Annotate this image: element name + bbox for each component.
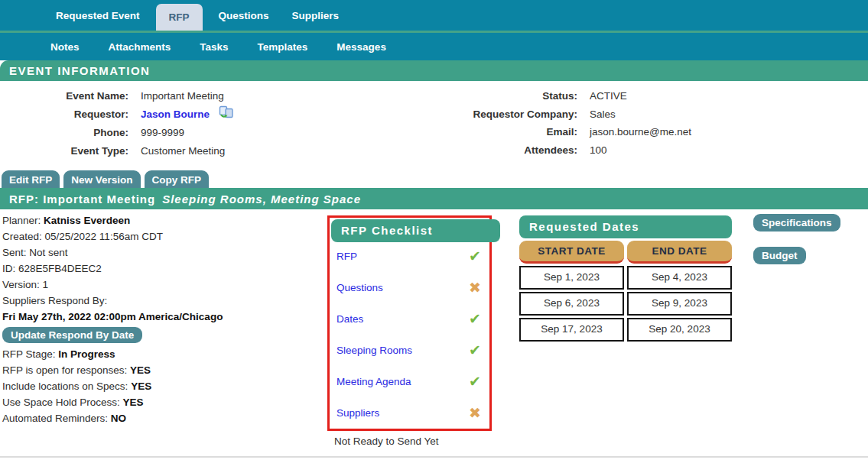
checklist-link-meeting-agenda[interactable]: Meeting Agenda xyxy=(336,376,411,387)
sent-value: Not sent xyxy=(29,247,67,258)
secondary-nav: Notes Attachments Tasks Templates Messag… xyxy=(0,33,868,60)
version-label: Version: xyxy=(2,279,40,290)
new-version-button[interactable]: New Version xyxy=(63,170,140,188)
start-date-cell: Sep 1, 2023 xyxy=(519,266,624,290)
rfp-stage-label: RFP Stage: xyxy=(2,348,56,360)
end-date-cell: Sep 20, 2023 xyxy=(627,318,732,342)
rfp-title-bar: RFP: Important Meeting Sleeping Rooms, M… xyxy=(0,188,868,209)
rfp-details: Planner: Katniss Everdeen Created: 05/25… xyxy=(2,212,223,426)
requested-dates-header: Requested Dates xyxy=(519,215,732,238)
tab-suppliers[interactable]: Suppliers xyxy=(285,0,346,31)
requestor-label: Requestor: xyxy=(0,105,128,125)
primary-nav: Requested Event RFP Questions Suppliers xyxy=(0,0,868,31)
automated-reminders-value: NO xyxy=(111,413,126,424)
planner-label: Planner: xyxy=(2,215,41,226)
budget-button[interactable]: Budget xyxy=(753,247,806,264)
checklist-item-rfp: RFP ✔ xyxy=(330,241,489,272)
checklist-item-sleeping-rooms: Sleeping Rooms ✔ xyxy=(330,335,489,366)
rfp-page: Requested Event RFP Questions Suppliers … xyxy=(0,0,868,463)
specifications-button[interactable]: Specifications xyxy=(753,214,840,232)
checklist-status-text: Not Ready to Send Yet xyxy=(334,435,439,447)
checklist-link-sleeping-rooms[interactable]: Sleeping Rooms xyxy=(336,345,412,356)
respond-by-label: Suppliers Respond By: xyxy=(2,295,107,306)
attendees-value: 100 xyxy=(577,141,607,160)
event-type-value: Customer Meeting xyxy=(128,142,225,160)
end-date-cell: Sep 4, 2023 xyxy=(627,266,732,290)
start-date-column-header: START DATE xyxy=(519,241,624,264)
tab-templates[interactable]: Templates xyxy=(252,41,314,53)
tab-messages[interactable]: Messages xyxy=(330,41,392,53)
requestor-company-value: Sales xyxy=(577,105,616,124)
status-label: Status: xyxy=(434,87,577,105)
event-info-right-column: Status:ACTIVE Requestor Company:Sales Em… xyxy=(434,87,868,167)
checklist-item-suppliers: Suppliers ✖ xyxy=(330,397,489,429)
checklist-item-meeting-agenda: Meeting Agenda ✔ xyxy=(330,366,489,397)
event-name-label: Event Name: xyxy=(0,87,128,105)
phone-value: 999-9999 xyxy=(128,124,184,142)
rfp-actions: Edit RFP New Version Copy RFP xyxy=(0,167,868,188)
email-value: jason.bourne@me.net xyxy=(577,123,691,141)
rfp-stage-value: In Progress xyxy=(58,348,115,360)
tab-questions[interactable]: Questions xyxy=(212,0,276,31)
space-hold-value: YES xyxy=(123,397,144,408)
table-row: Sep 17, 2023 Sep 20, 2023 xyxy=(519,318,732,342)
version-value: 1 xyxy=(43,279,49,290)
rfp-checklist-header: RFP Checklist xyxy=(331,219,500,242)
tab-notes[interactable]: Notes xyxy=(44,41,86,53)
include-locations-value: YES xyxy=(131,380,151,392)
event-information-header: EVENT INFORMATION xyxy=(0,60,868,81)
edit-rfp-button[interactable]: Edit RFP xyxy=(2,170,60,188)
open-responses-value: YES xyxy=(130,364,151,376)
end-date-column-header: END DATE xyxy=(627,241,732,264)
copy-contact-icon[interactable] xyxy=(219,105,234,125)
update-respond-by-date-button[interactable]: Update Respond By Date xyxy=(2,327,142,343)
sent-label: Sent: xyxy=(2,247,27,258)
table-row: Sep 6, 2023 Sep 9, 2023 xyxy=(519,292,732,316)
email-label: Email: xyxy=(434,123,577,141)
id-label: ID: xyxy=(2,263,15,274)
status-value: ACTIVE xyxy=(577,87,627,105)
automated-reminders-label: Automated Reminders: xyxy=(2,413,108,424)
end-date-cell: Sep 9, 2023 xyxy=(627,292,732,316)
planner-value: Katniss Everdeen xyxy=(44,215,130,226)
phone-label: Phone: xyxy=(0,124,128,142)
checklist-link-questions[interactable]: Questions xyxy=(336,282,383,293)
space-hold-label: Use Space Hold Process: xyxy=(2,397,120,408)
check-icon: ✔ xyxy=(469,374,481,389)
checklist-link-dates[interactable]: Dates xyxy=(336,313,363,325)
created-label: Created: xyxy=(2,231,42,242)
respond-by-value: Fri May 27th, 2022 02:00pm America/Chica… xyxy=(2,309,223,325)
checklist-link-rfp[interactable]: RFP xyxy=(336,251,357,262)
tab-requested-event[interactable]: Requested Event xyxy=(49,0,147,31)
include-locations-label: Include locations on Specs: xyxy=(2,380,128,392)
checklist-item-dates: Dates ✔ xyxy=(330,303,489,335)
rfp-checklist-panel: RFP Checklist RFP ✔ Questions ✖ Dates ✔ … xyxy=(327,215,492,431)
bottom-divider xyxy=(0,456,868,458)
rfp-spaces: Sleeping Rooms, Meeting Space xyxy=(162,193,361,206)
event-information-panel: Event Name:Important Meeting Requestor: … xyxy=(0,81,868,167)
tab-rfp[interactable]: RFP xyxy=(156,4,203,31)
attendees-label: Attendees: xyxy=(434,141,577,160)
requestor-link[interactable]: Jason Bourne xyxy=(141,105,210,124)
cross-icon: ✖ xyxy=(469,280,481,295)
rfp-checklist-items: RFP ✔ Questions ✖ Dates ✔ Sleeping Rooms… xyxy=(330,241,489,429)
table-row: Sep 1, 2023 Sep 4, 2023 xyxy=(519,266,732,290)
event-info-left-column: Event Name:Important Meeting Requestor: … xyxy=(0,87,434,167)
rfp-title: RFP: Important Meeting xyxy=(9,193,155,206)
rfp-main: Planner: Katniss Everdeen Created: 05/25… xyxy=(0,209,868,456)
start-date-cell: Sep 6, 2023 xyxy=(519,292,624,316)
requestor-company-label: Requestor Company: xyxy=(434,105,577,124)
open-responses-label: RFP is open for responses: xyxy=(2,364,127,376)
start-date-cell: Sep 17, 2023 xyxy=(519,318,624,342)
requested-dates-panel: Requested Dates START DATE END DATE Sep … xyxy=(519,215,732,342)
cross-icon: ✖ xyxy=(469,406,481,420)
event-type-label: Event Type: xyxy=(0,142,128,160)
created-value: 05/25/2022 11:56am CDT xyxy=(45,231,163,242)
tab-tasks[interactable]: Tasks xyxy=(193,41,234,53)
checklist-item-questions: Questions ✖ xyxy=(330,272,489,303)
event-name-value: Important Meeting xyxy=(128,87,224,105)
checklist-link-suppliers[interactable]: Suppliers xyxy=(336,407,379,419)
check-icon: ✔ xyxy=(469,343,481,358)
copy-rfp-button[interactable]: Copy RFP xyxy=(145,170,210,188)
tab-attachments[interactable]: Attachments xyxy=(102,41,177,53)
